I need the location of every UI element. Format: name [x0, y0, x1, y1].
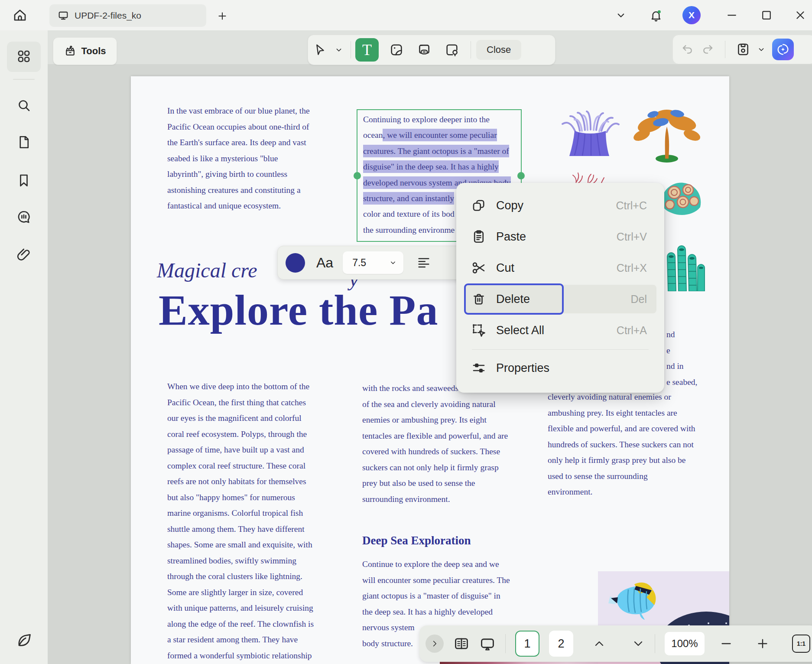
toolbar-divider: [471, 41, 471, 59]
attachments-panel-button[interactable]: [16, 247, 32, 263]
maximize-button[interactable]: [760, 9, 773, 22]
page-button-2[interactable]: 2: [549, 631, 573, 657]
menu-item-label: Select All: [496, 324, 617, 337]
actual-size-button[interactable]: 1:1: [792, 635, 810, 653]
menu-item-label: Cut: [496, 261, 617, 275]
text-line: flexible and powerful, and are covered w…: [548, 421, 695, 437]
selectall-icon: [471, 322, 491, 338]
pen-nib-icon: [16, 632, 32, 648]
menu-item-copy[interactable]: CopyCtrl+C: [456, 190, 664, 221]
collapse-toolbar-button[interactable]: [614, 9, 627, 22]
text-line: passage of time, have built up a vast an…: [167, 442, 314, 458]
chevron-down-icon: [389, 258, 397, 267]
text-line: prey but also be used to sense the: [362, 475, 508, 491]
document-tab[interactable]: UPDF-2-files_ko: [49, 4, 206, 27]
text-line: e seabed,: [666, 374, 697, 391]
text-format-toolbar: Aa 7.5: [277, 246, 482, 280]
user-avatar[interactable]: X: [682, 6, 701, 24]
close-window-button[interactable]: [794, 9, 807, 22]
mushroom-coral-image: [659, 173, 702, 228]
text-line: the Earth's surface area. Its deep and v…: [167, 135, 310, 151]
font-size-dropdown[interactable]: 7.5: [343, 251, 403, 274]
text-line: surrounding environment.: [362, 491, 508, 508]
text-line: tentacles are flexible and powerful, and…: [362, 428, 508, 444]
select-tool-button[interactable]: [308, 38, 331, 62]
page-button-1[interactable]: 1: [515, 631, 539, 657]
minimize-button[interactable]: [725, 9, 738, 22]
menu-item-cut[interactable]: CutCtrl+X: [456, 252, 664, 283]
comment-icon: [16, 209, 32, 225]
paperclip-icon: [16, 247, 32, 263]
home-button[interactable]: [12, 7, 28, 23]
text-tool-button[interactable]: T: [355, 38, 379, 62]
text-line: shuttle among them. They have different: [167, 521, 314, 537]
paragraph-octopus-mid: with the rocks and seaweeds at the botto…: [362, 381, 508, 507]
toolbar-divider: [351, 41, 351, 59]
font-size-value: 7.5: [352, 257, 366, 269]
font-color-swatch[interactable]: [286, 253, 305, 273]
selected-text-highlight: creatures. The giant octopus is a "maste…: [363, 145, 509, 157]
select-tool-dropdown[interactable]: [331, 38, 346, 62]
chevron-down-icon: [614, 9, 627, 22]
resize-handle-left[interactable]: [354, 172, 361, 179]
copy-icon: [471, 198, 491, 213]
textbox-line: creatures. The giant octopus is a "maste…: [363, 143, 511, 159]
close-edit-mode-button[interactable]: Close: [476, 40, 521, 60]
pages-panel-button[interactable]: [16, 134, 32, 150]
expand-toolbar-button[interactable]: [425, 635, 444, 653]
subheading-italic: Magical cre: [157, 258, 257, 282]
menu-item-label: Copy: [496, 199, 616, 212]
comments-panel-button[interactable]: [16, 209, 32, 225]
text-line: but also "happy homes" for numerous: [167, 490, 314, 506]
textbox-text: color and texture of its bod: [363, 209, 455, 218]
save-options-chevron-icon[interactable]: [757, 45, 766, 54]
menu-item-properties[interactable]: Properties: [456, 352, 664, 384]
menu-item-label: Paste: [496, 230, 617, 244]
text-line: giant octopus is a "master of disguise" …: [362, 588, 510, 604]
redo-icon[interactable]: [701, 42, 715, 56]
menu-item-shortcut: Del: [630, 293, 647, 306]
text-line: of the sea and cleverly avoiding natural: [362, 397, 508, 413]
watermark-tool-button[interactable]: [440, 38, 464, 62]
tools-button[interactable]: Tools: [53, 37, 117, 65]
link-tool-button[interactable]: [412, 38, 436, 62]
image-tool-button[interactable]: [385, 38, 408, 62]
text-line: shapes. Some are small and exquisite, wi…: [167, 537, 314, 553]
new-tab-button[interactable]: [217, 10, 228, 22]
text-line: covered with hundreds of suckers. These: [362, 444, 508, 460]
text-line: marine organisms. Colorful tropical fish: [167, 505, 314, 521]
menu-item-paste[interactable]: PasteCtrl+V: [456, 221, 664, 252]
align-left-icon[interactable]: [416, 255, 431, 270]
ai-assistant-button[interactable]: [772, 39, 794, 60]
avatar-letter: X: [689, 10, 695, 20]
link-icon: [417, 42, 432, 57]
zoom-level-display[interactable]: 100%: [665, 632, 705, 655]
text-line: coral reef ecosystem. Polyps, through th…: [167, 426, 314, 443]
monitor-icon: [57, 10, 69, 22]
text-line: reefs are not only habitats for themselv…: [167, 474, 314, 490]
selected-text-highlight: structure, and can instantly: [363, 192, 454, 205]
notifications-button[interactable]: [649, 9, 662, 22]
menu-divider: [472, 349, 649, 350]
text-line: hundreds of suckers. These suckers can n…: [548, 437, 695, 453]
undo-icon[interactable]: [681, 42, 695, 56]
next-page-chevron-icon[interactable]: [631, 637, 645, 651]
two-page-view-icon[interactable]: [453, 635, 470, 652]
previous-page-chevron-icon[interactable]: [592, 637, 606, 651]
signature-tool-button[interactable]: [16, 632, 32, 648]
thumbnails-panel-button[interactable]: [16, 49, 32, 64]
search-panel-button[interactable]: [16, 98, 32, 113]
textbox-line: Continuing to explore deeper into the: [363, 112, 511, 127]
zoom-out-icon[interactable]: [719, 637, 733, 651]
zoom-in-icon[interactable]: [756, 637, 770, 651]
save-icon[interactable]: [736, 42, 750, 57]
menu-item-delete[interactable]: DeleteDel: [456, 283, 664, 315]
font-family-button[interactable]: Aa: [316, 255, 333, 271]
paragraph-coral-reef: When we dive deep into the bottom of the…: [167, 379, 314, 664]
presentation-mode-icon[interactable]: [479, 635, 496, 652]
resize-handle-right[interactable]: [517, 172, 525, 179]
menu-item-select-all[interactable]: Select AllCtrl+A: [456, 315, 664, 346]
maximize-icon: [760, 9, 773, 22]
bookmarks-panel-button[interactable]: [16, 173, 32, 188]
menu-item-shortcut: Ctrl+X: [617, 262, 647, 274]
